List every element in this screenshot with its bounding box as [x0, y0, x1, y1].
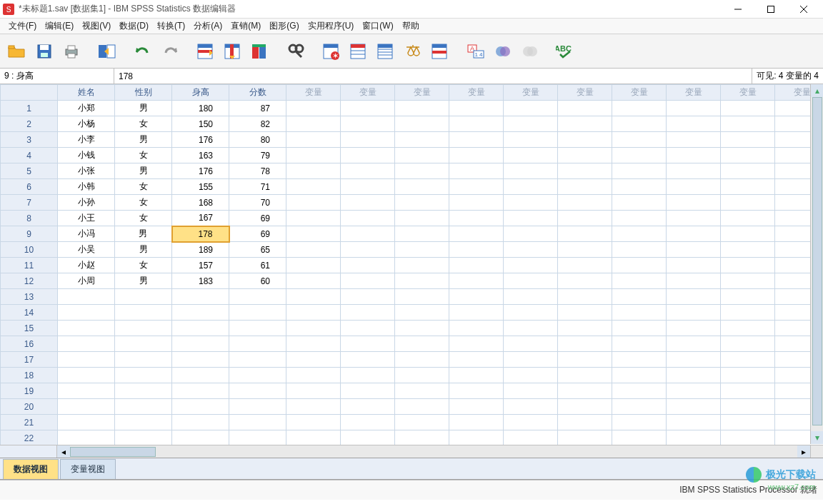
cell-empty[interactable] [558, 148, 612, 163]
cell-empty[interactable] [721, 163, 775, 179]
cell-empty[interactable] [341, 289, 395, 305]
col-header-empty[interactable]: 变量 [612, 85, 667, 101]
cell[interactable]: 男 [115, 163, 172, 179]
cell-empty[interactable] [395, 305, 449, 321]
cell-empty[interactable] [667, 226, 721, 242]
cell[interactable]: 女 [115, 211, 172, 226]
cell-empty[interactable] [341, 336, 395, 352]
cell-empty[interactable] [667, 116, 721, 132]
cell-empty[interactable] [286, 179, 341, 195]
cell[interactable]: 女 [115, 116, 172, 132]
cell[interactable] [58, 336, 115, 352]
cell-empty[interactable] [612, 399, 667, 415]
cell-empty[interactable] [341, 163, 395, 179]
cell[interactable] [58, 368, 115, 383]
insert-variable-button[interactable] [347, 40, 370, 63]
cell-empty[interactable] [558, 399, 612, 415]
cell[interactable]: 小冯 [58, 226, 115, 242]
cell-empty[interactable] [395, 336, 449, 352]
cell-empty[interactable] [341, 321, 395, 336]
cell-empty[interactable] [667, 352, 721, 368]
undo-button[interactable] [131, 40, 154, 63]
cell-empty[interactable] [504, 242, 558, 258]
cell-empty[interactable] [449, 242, 504, 258]
cell-empty[interactable] [395, 163, 449, 179]
scroll-down-button[interactable]: ▾ [811, 431, 823, 444]
cell[interactable]: 小张 [58, 163, 115, 179]
cell-empty[interactable] [612, 383, 667, 399]
cell[interactable] [115, 336, 172, 352]
goto-case-button[interactable] [194, 40, 217, 63]
cell-empty[interactable] [667, 242, 721, 258]
cell-empty[interactable] [504, 258, 558, 273]
cell-empty[interactable] [504, 383, 558, 399]
insert-case-button[interactable]: ✶ [320, 40, 343, 63]
cell[interactable] [115, 383, 172, 399]
cell-empty[interactable] [395, 226, 449, 242]
row-header[interactable]: 4 [1, 148, 58, 163]
cell[interactable]: 155 [172, 179, 229, 195]
cell-empty[interactable] [721, 148, 775, 163]
cell[interactable] [229, 415, 286, 430]
cell[interactable] [115, 368, 172, 383]
cell-empty[interactable] [612, 148, 667, 163]
cell-empty[interactable] [721, 368, 775, 383]
cell-empty[interactable] [286, 132, 341, 148]
show-all-button[interactable] [519, 40, 542, 63]
cell-empty[interactable] [286, 242, 341, 258]
row-header[interactable]: 14 [1, 305, 58, 321]
grid-corner[interactable] [1, 85, 58, 101]
cell-empty[interactable] [286, 163, 341, 179]
redo-button[interactable] [159, 40, 181, 63]
cell-empty[interactable] [612, 163, 667, 179]
cell-value-editor[interactable]: 178 [114, 69, 752, 84]
cell-empty[interactable] [504, 273, 558, 289]
cell-empty[interactable] [395, 148, 449, 163]
cell-empty[interactable] [449, 305, 504, 321]
cell-empty[interactable] [449, 399, 504, 415]
cell-empty[interactable] [721, 352, 775, 368]
cell[interactable] [172, 352, 229, 368]
cell-empty[interactable] [504, 211, 558, 226]
cell-empty[interactable] [612, 101, 667, 116]
cell[interactable]: 小王 [58, 211, 115, 226]
cell[interactable] [58, 399, 115, 415]
cell-empty[interactable] [341, 148, 395, 163]
row-header[interactable]: 6 [1, 179, 58, 195]
cell-empty[interactable] [612, 211, 667, 226]
col-header-empty[interactable]: 变量 [504, 85, 558, 101]
cell[interactable] [115, 399, 172, 415]
cell-empty[interactable] [341, 415, 395, 430]
cell-empty[interactable] [504, 148, 558, 163]
cell-empty[interactable] [449, 430, 504, 446]
cell[interactable] [172, 321, 229, 336]
row-header[interactable]: 3 [1, 132, 58, 148]
cell-empty[interactable] [449, 273, 504, 289]
cell-empty[interactable] [449, 148, 504, 163]
cell-empty[interactable] [667, 368, 721, 383]
cell-empty[interactable] [558, 242, 612, 258]
cell-empty[interactable] [721, 305, 775, 321]
cell[interactable] [229, 321, 286, 336]
cell-empty[interactable] [558, 352, 612, 368]
cell[interactable]: 176 [172, 163, 229, 179]
cell-empty[interactable] [558, 195, 612, 211]
cell[interactable]: 60 [229, 273, 286, 289]
cell-empty[interactable] [612, 321, 667, 336]
cell[interactable]: 150 [172, 116, 229, 132]
cell-empty[interactable] [721, 273, 775, 289]
cell-empty[interactable] [504, 352, 558, 368]
cell-empty[interactable] [286, 116, 341, 132]
cell-empty[interactable] [612, 179, 667, 195]
menu-文件F[interactable]: 文件(F) [4, 19, 41, 34]
cell-empty[interactable] [395, 383, 449, 399]
cell-empty[interactable] [721, 321, 775, 336]
cell[interactable] [229, 305, 286, 321]
cell[interactable]: 82 [229, 116, 286, 132]
cell[interactable] [58, 430, 115, 446]
cell[interactable] [229, 383, 286, 399]
cell-empty[interactable] [667, 289, 721, 305]
cell-empty[interactable] [612, 242, 667, 258]
cell-empty[interactable] [341, 352, 395, 368]
cell-empty[interactable] [449, 226, 504, 242]
